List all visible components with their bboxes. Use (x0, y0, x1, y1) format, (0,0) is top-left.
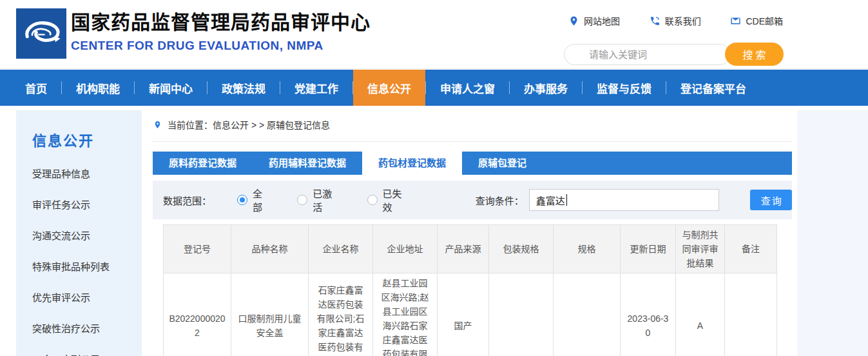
cell-update-date: 2023-06-30 (621, 273, 676, 356)
cde-logo (16, 8, 66, 59)
col-header-package-spec: 包装规格 (489, 225, 554, 273)
scope-radio-group: 全部 已激活 已失效 (211, 186, 411, 213)
site-header: 国家药品监督管理局药品审评中心 CENTER FOR DRUG EVALUATI… (0, 0, 868, 69)
radio-all[interactable]: 全部 (237, 186, 271, 213)
cde-mail-link[interactable]: CDE邮箱 (730, 14, 783, 27)
col-header-reg-no: 登记号 (164, 225, 231, 273)
col-header-origin: 产品来源 (438, 225, 489, 273)
contact-link-label: 联系我们 (665, 14, 701, 27)
sidebar-list: 受理品种信息 审评任务公示 沟通交流公示 特殊审批品种列表 优先审评公示 突破性… (16, 159, 142, 356)
radio-activated-label: 已激活 (313, 186, 341, 213)
cell-spec (554, 273, 621, 356)
phone-icon (650, 15, 661, 26)
page-background-strip (797, 110, 868, 356)
col-header-product-name: 品种名称 (231, 225, 309, 273)
cell-remark (725, 273, 777, 356)
location-pin-icon (153, 119, 162, 130)
nav-item-home[interactable]: 首页 (11, 70, 61, 106)
scope-label: 数据范围： (163, 193, 211, 207)
site-subtitle: CENTER FOR DRUG EVALUATION, NMPA (71, 39, 371, 53)
main-content: 当前位置：信息公开 > > 原辅包登记信息 原料药登记数据 药用辅料登记数据 药… (153, 110, 792, 356)
radio-activated-circle[interactable] (297, 195, 307, 205)
query-condition-label: 查询条件： (476, 193, 524, 207)
nav-item-party[interactable]: 党建工作 (280, 70, 352, 106)
sidebar-item-accepted-varieties[interactable]: 受理品种信息 (16, 159, 142, 190)
sidebar-item-three-in-one[interactable]: 三合一序列公示 (16, 344, 142, 356)
breadcrumb: 当前位置：信息公开 > > 原辅包登记信息 (153, 118, 792, 142)
nav-item-registration-platform[interactable]: 登记备案平台 (666, 70, 760, 106)
sidebar-item-special-approval[interactable]: 特殊审批品种列表 (16, 252, 142, 282)
sidebar-item-communication[interactable]: 沟通交流公示 (16, 221, 142, 252)
swan-logo-icon (16, 8, 66, 59)
cell-product-name: 口服制剂用儿童安全盖 (231, 273, 309, 356)
data-tabs: 原料药登记数据 药用辅料登记数据 药包材登记数据 原辅包登记 (153, 152, 792, 175)
radio-expired-label: 已失效 (383, 186, 411, 213)
site-search: 搜索 (564, 43, 784, 66)
search-button[interactable]: 搜索 (725, 43, 784, 66)
sidebar-item-review-tasks[interactable]: 审评任务公示 (16, 190, 142, 221)
main-nav: 首页 机构职能 新闻中心 政策法规 党建工作 信息公开 申请人之窗 办事服务 监… (0, 70, 868, 106)
quick-links: 网站地图 联系我们 CDE邮箱 (568, 14, 783, 27)
query-input[interactable]: 鑫富达 (529, 189, 720, 211)
col-header-company-name: 企业名称 (309, 225, 373, 273)
query-input-value: 鑫富达 (536, 193, 565, 207)
tab-packaging-registration[interactable]: 药包材登记数据 (362, 152, 462, 175)
mail-icon (730, 15, 741, 26)
cell-company-address: 赵县工业园区海兴路;赵县工业园区海兴路石家庄鑫富达医药包装有限公司一车间 (373, 273, 438, 356)
radio-all-label: 全部 (253, 186, 271, 213)
sidebar: 信息公开 受理品种信息 审评任务公示 沟通交流公示 特殊审批品种列表 优先审评公… (16, 110, 142, 356)
col-header-update-date: 更新日期 (621, 225, 676, 273)
search-input[interactable] (564, 44, 730, 65)
site-title: 国家药品监督管理局药品审评中心 (71, 10, 371, 35)
registration-table: 登记号 品种名称 企业名称 企业地址 产品来源 包装规格 规格 更新日期 与制剂… (163, 224, 777, 356)
text-caret (566, 194, 567, 206)
radio-expired-circle[interactable] (367, 195, 378, 205)
radio-activated[interactable]: 已激活 (297, 186, 341, 213)
tab-apie-registration[interactable]: 原辅包登记 (462, 152, 543, 175)
tab-excipient-registration[interactable]: 药用辅料登记数据 (253, 152, 362, 175)
breadcrumb-text: 当前位置：信息公开 > > 原辅包登记信息 (168, 118, 330, 131)
col-header-joint-review: 与制剂共同审评审批结果 (676, 225, 725, 273)
col-header-spec: 规格 (554, 225, 621, 273)
radio-expired[interactable]: 已失效 (367, 186, 411, 213)
sidebar-item-breakthrough-therapy[interactable]: 突破性治疗公示 (16, 313, 142, 344)
table-header-row: 登记号 品种名称 企业名称 企业地址 产品来源 包装规格 规格 更新日期 与制剂… (164, 225, 777, 273)
radio-all-circle[interactable] (237, 195, 247, 205)
nav-item-functions[interactable]: 机构职能 (62, 70, 134, 106)
nav-item-policy[interactable]: 政策法规 (207, 70, 280, 106)
nav-item-news[interactable]: 新闻中心 (135, 70, 207, 106)
nav-item-applicant-window[interactable]: 申请人之窗 (426, 70, 509, 106)
filter-bar: 数据范围： 全部 已激活 已失效 查询条件： 鑫富达 (153, 181, 792, 219)
sitemap-link-label: 网站地图 (584, 14, 620, 27)
map-pin-icon (568, 15, 579, 26)
site-title-block: 国家药品监督管理局药品审评中心 CENTER FOR DRUG EVALUATI… (71, 10, 371, 53)
nav-item-info-disclosure[interactable]: 信息公开 (353, 70, 425, 106)
table-row[interactable]: B20220000202 口服制剂用儿童安全盖 石家庄鑫富达医药包装有限公司;石… (164, 273, 777, 356)
col-header-remark: 备注 (725, 225, 777, 273)
sidebar-title: 信息公开 (32, 129, 142, 150)
nav-item-services[interactable]: 办事服务 (510, 70, 582, 106)
cell-package-spec (489, 273, 554, 356)
tab-api-registration[interactable]: 原料药登记数据 (153, 152, 253, 175)
cell-joint-review: A (676, 273, 725, 356)
nav-item-supervision[interactable]: 监督与反馈 (583, 70, 666, 106)
sidebar-item-priority-review[interactable]: 优先审评公示 (16, 282, 142, 313)
cell-company-name: 石家庄鑫富达医药包装有限公司;石家庄鑫富达医药包装有限公司 (309, 273, 373, 356)
cde-mail-link-label: CDE邮箱 (746, 14, 783, 27)
page: 国家药品监督管理局药品审评中心 CENTER FOR DRUG EVALUATI… (0, 0, 868, 356)
sitemap-link[interactable]: 网站地图 (568, 14, 620, 27)
col-header-company-address: 企业地址 (373, 225, 438, 273)
contact-link[interactable]: 联系我们 (650, 14, 701, 27)
query-button[interactable]: 查询 (750, 190, 792, 210)
cell-reg-no: B20220000202 (164, 273, 231, 356)
cell-origin: 国产 (438, 273, 489, 356)
